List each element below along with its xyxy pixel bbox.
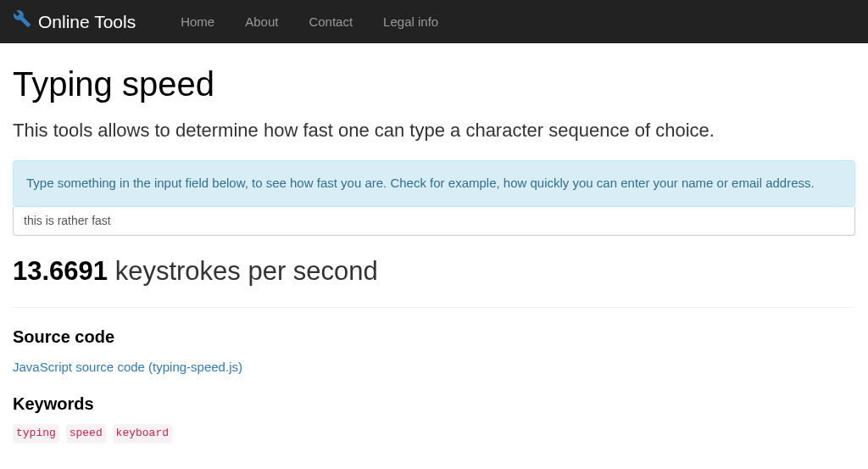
- source-heading: Source code: [13, 325, 855, 349]
- page-title: Typing speed: [13, 60, 855, 109]
- nav-item-contact[interactable]: Contact: [293, 0, 368, 43]
- source-link[interactable]: JavaScript source code (typing-speed.js): [13, 360, 242, 374]
- keyword-tag[interactable]: speed: [66, 424, 106, 444]
- keywords-heading: Keywords: [13, 392, 855, 416]
- keyword-tag[interactable]: typing: [13, 424, 59, 444]
- nav-item-legal[interactable]: Legal info: [368, 0, 453, 43]
- result-heading: 13.6691 keystrokes per second: [13, 253, 855, 290]
- info-alert: Type something in the input field below,…: [13, 160, 855, 207]
- result-unit: keystrokes per second: [108, 256, 378, 286]
- wrench-icon: [13, 9, 38, 35]
- keywords-list: typing speed keyboard: [13, 424, 855, 444]
- result-value: 13.6691: [13, 256, 108, 286]
- divider: [13, 307, 855, 308]
- nav-item-home[interactable]: Home: [165, 0, 230, 43]
- brand-text: Online Tools: [38, 9, 136, 35]
- page-lead: This tools allows to determine how fast …: [13, 118, 855, 144]
- typing-input[interactable]: [13, 207, 855, 236]
- main-container: Typing speed This tools allows to determ…: [0, 60, 868, 443]
- navbar: Online Tools Home About Contact Legal in…: [0, 0, 868, 43]
- nav-item-about[interactable]: About: [230, 0, 293, 43]
- keyword-tag[interactable]: keyboard: [113, 424, 172, 444]
- brand-link[interactable]: Online Tools: [13, 1, 148, 43]
- nav-menu: Home About Contact Legal info: [165, 0, 453, 43]
